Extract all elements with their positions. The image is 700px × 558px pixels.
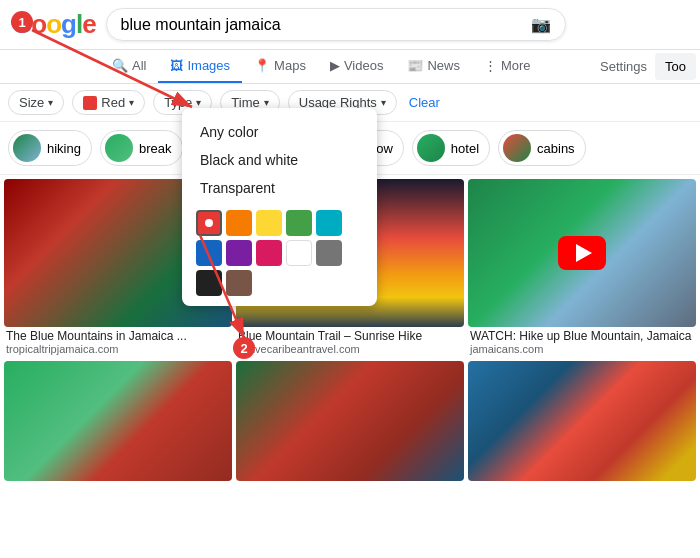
- swatch-yellow[interactable]: [256, 210, 282, 236]
- color-filter[interactable]: Red ▾: [72, 90, 145, 115]
- all-icon: 🔍: [112, 58, 128, 73]
- videos-icon: ▶: [330, 58, 340, 73]
- color-chevron: ▾: [129, 97, 134, 108]
- tab-news[interactable]: 📰 News: [395, 50, 472, 83]
- header: Google 📷: [0, 0, 700, 50]
- swatch-magenta[interactable]: [256, 240, 282, 266]
- color-option-any[interactable]: Any color: [196, 118, 363, 146]
- image-title-sunrise: Blue Mountain Trail – Sunrise Hike: [238, 329, 462, 343]
- tab-images[interactable]: 🖼 Images: [158, 50, 242, 83]
- color-swatches-grid: [196, 210, 363, 296]
- google-logo: Google: [12, 9, 96, 40]
- swatch-red[interactable]: [196, 210, 222, 236]
- tab-more[interactable]: ⋮ More: [472, 50, 543, 83]
- time-chevron: ▾: [264, 97, 269, 108]
- images-icon: 🖼: [170, 58, 183, 73]
- image-card-aerial[interactable]: WATCH: Hike up Blue Mountain, Jamaica ja…: [468, 179, 696, 357]
- tab-videos-label: Videos: [344, 58, 384, 73]
- swatch-green[interactable]: [286, 210, 312, 236]
- image-results-row2: [0, 357, 700, 481]
- suggestion-label-break: break: [139, 141, 172, 156]
- image-source-aerial: jamaicans.com: [470, 343, 694, 355]
- suggestion-thumb-hotel: [417, 134, 445, 162]
- suggestion-label-hiking: hiking: [47, 141, 81, 156]
- swatch-orange[interactable]: [226, 210, 252, 236]
- suggestion-thumb-break: [105, 134, 133, 162]
- tab-maps-label: Maps: [274, 58, 306, 73]
- swatch-teal[interactable]: [316, 210, 342, 236]
- suggestion-cabins[interactable]: cabins: [498, 130, 586, 166]
- tab-images-label: Images: [187, 58, 230, 73]
- swatch-white[interactable]: [286, 240, 312, 266]
- camera-icon[interactable]: 📷: [531, 15, 551, 34]
- image-source-sunrise: activecaribeantravel.com: [238, 343, 462, 355]
- color-dropdown: Any color Black and white Transparent: [182, 108, 377, 306]
- news-icon: 📰: [407, 58, 423, 73]
- size-filter[interactable]: Size ▾: [8, 90, 64, 115]
- more-icon: ⋮: [484, 58, 497, 73]
- search-input[interactable]: [121, 16, 523, 34]
- tab-news-label: News: [427, 58, 460, 73]
- size-chevron: ▾: [48, 97, 53, 108]
- swatch-black[interactable]: [196, 270, 222, 296]
- image-card-coffee[interactable]: [236, 361, 464, 481]
- color-option-transparent[interactable]: Transparent: [196, 174, 363, 202]
- tab-maps[interactable]: 📍 Maps: [242, 50, 318, 83]
- usage-chevron: ▾: [381, 97, 386, 108]
- tools-button[interactable]: Too: [655, 53, 696, 80]
- image-card-bags[interactable]: [468, 361, 696, 481]
- maps-icon: 📍: [254, 58, 270, 73]
- suggestion-hotel[interactable]: hotel: [412, 130, 490, 166]
- tab-more-label: More: [501, 58, 531, 73]
- suggestion-thumb-cabins: [503, 134, 531, 162]
- color-label: Red: [101, 95, 125, 110]
- swatch-blue[interactable]: [196, 240, 222, 266]
- nav-tabs-bar: 🔍 All 🖼 Images 📍 Maps ▶ Videos 📰 News ⋮ …: [0, 50, 700, 84]
- settings-link[interactable]: Settings: [592, 51, 655, 82]
- image-card-tent[interactable]: [4, 361, 232, 481]
- image-title-berries: The Blue Mountains in Jamaica ...: [6, 329, 230, 343]
- youtube-play-button: [558, 236, 606, 270]
- tab-all-label: All: [132, 58, 146, 73]
- size-label: Size: [19, 95, 44, 110]
- type-chevron: ▾: [196, 97, 201, 108]
- search-bar: 📷: [106, 8, 566, 41]
- tab-videos[interactable]: ▶ Videos: [318, 50, 396, 83]
- color-swatch-red: [83, 96, 97, 110]
- swatch-purple[interactable]: [226, 240, 252, 266]
- swatch-gray[interactable]: [316, 240, 342, 266]
- suggestion-thumb-hiking: [13, 134, 41, 162]
- suggestion-label-hotel: hotel: [451, 141, 479, 156]
- image-title-aerial: WATCH: Hike up Blue Mountain, Jamaica: [470, 329, 694, 343]
- image-source-berries: tropicaltripjamaica.com: [6, 343, 230, 355]
- tab-all[interactable]: 🔍 All: [100, 50, 158, 83]
- suggestion-label-cabins: cabins: [537, 141, 575, 156]
- clear-button[interactable]: Clear: [405, 91, 444, 114]
- color-option-bw[interactable]: Black and white: [196, 146, 363, 174]
- suggestion-hiking[interactable]: hiking: [8, 130, 92, 166]
- suggestion-break[interactable]: break: [100, 130, 183, 166]
- swatch-brown[interactable]: [226, 270, 252, 296]
